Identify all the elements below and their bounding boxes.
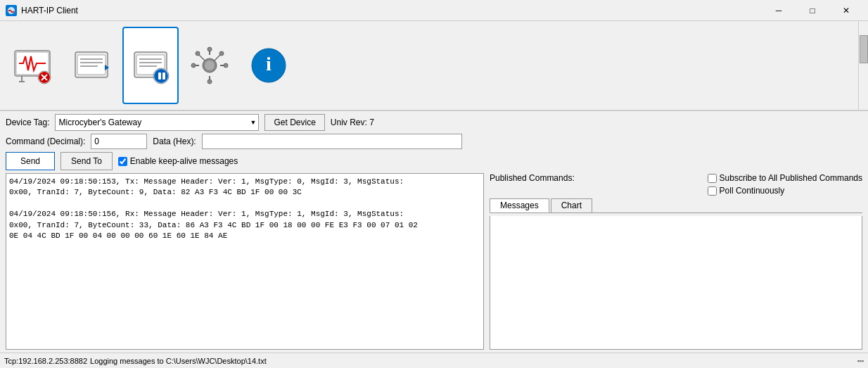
close-button[interactable]: ✕ [830, 3, 862, 18]
bottom-area: 04/19/2024 09:18:50:153, Tx: Message Hea… [6, 173, 862, 350]
window-controls: ─ □ ✕ [762, 3, 862, 18]
published-header: Published Commands: Subscribe to All Pub… [490, 173, 862, 196]
toolbar-scroll-thumb[interactable] [860, 35, 868, 63]
messages-log[interactable]: 04/19/2024 09:18:50:153, Tx: Message Hea… [6, 173, 484, 350]
toolbar-scrollbar[interactable] [858, 21, 868, 110]
keep-alive-checkbox[interactable] [118, 157, 127, 166]
svg-rect-12 [77, 55, 106, 75]
svg-point-34 [191, 63, 196, 68]
pause-button[interactable] [122, 27, 179, 104]
tab-messages[interactable]: Messages [490, 198, 549, 212]
maximize-button[interactable]: □ [796, 3, 829, 18]
poll-label[interactable]: Poll Continuously [708, 186, 862, 196]
send-button[interactable]: Send [6, 152, 55, 170]
svg-line-36 [199, 55, 205, 61]
svg-point-32 [208, 47, 212, 51]
get-device-button[interactable]: Get Device [264, 114, 324, 131]
pause-icon [130, 45, 171, 86]
device-row: Device Tag: Microcyber's Gateway Get Dev… [6, 114, 862, 131]
keep-alive-label[interactable]: Enable keep-alive messages [118, 156, 238, 166]
subscribe-checkbox[interactable] [708, 174, 717, 183]
logging-info: Logging messages to C:\Users\WJC\Desktop… [90, 357, 267, 365]
svg-line-37 [215, 55, 220, 61]
tab-content-inner[interactable] [490, 216, 862, 349]
device-tag-label: Device Tag: [6, 118, 49, 127]
checkbox-group: Subscribe to All Published Commands Poll… [708, 173, 862, 196]
data-input[interactable] [202, 134, 462, 149]
command-row: Command (Decimal): Data (Hex): [6, 134, 862, 149]
command-label: Command (Decimal): [6, 137, 85, 146]
tab-chart[interactable]: Chart [551, 198, 592, 212]
poll-checkbox[interactable] [708, 186, 717, 196]
device-tag-wrapper: Microcyber's Gateway [55, 114, 259, 131]
send-row: Send Send To Enable keep-alive messages [6, 152, 862, 170]
main-content: Device Tag: Microcyber's Gateway Get Dev… [0, 111, 868, 353]
svg-point-35 [224, 63, 228, 68]
network-icon [189, 45, 230, 86]
univ-rev-label: Univ Rev: 7 [331, 118, 374, 127]
app-icon [6, 5, 17, 16]
messages-icon [71, 45, 112, 86]
published-commands-label: Published Commands: [490, 173, 575, 183]
tabs-bar: Messages Chart [490, 198, 862, 213]
window-title: HART-IP Client [21, 6, 78, 15]
svg-rect-25 [162, 72, 165, 80]
connect-icon [12, 45, 53, 86]
messages-button[interactable] [63, 27, 120, 104]
subscribe-label[interactable]: Subscribe to All Published Commands [708, 173, 862, 183]
data-label: Data (Hex): [153, 137, 196, 146]
svg-text:i: i [266, 53, 272, 75]
device-tag-select[interactable]: Microcyber's Gateway [55, 114, 259, 131]
svg-rect-24 [158, 72, 161, 80]
minimize-button[interactable]: ─ [762, 3, 795, 18]
connection-info: Tcp:192.168.2.253:8882 [4, 357, 87, 365]
svg-point-27 [205, 61, 215, 70]
tab-content [490, 216, 862, 350]
status-bar: Tcp:192.168.2.253:8882 Logging messages … [0, 353, 868, 368]
svg-point-33 [208, 80, 212, 84]
connect-button[interactable] [4, 27, 60, 104]
network-button[interactable] [181, 27, 238, 104]
right-panel: Published Commands: Subscribe to All Pub… [490, 173, 862, 350]
svg-point-39 [219, 51, 224, 56]
command-input[interactable] [91, 134, 147, 149]
title-bar: HART-IP Client ─ □ ✕ [0, 0, 868, 21]
info-icon: i [248, 45, 289, 86]
info-button[interactable]: i [241, 27, 297, 104]
title-bar-left: HART-IP Client [6, 5, 78, 16]
svg-point-38 [196, 51, 200, 56]
status-dots: ▪▪▪ [857, 357, 864, 364]
toolbar: i [0, 21, 868, 111]
send-to-button[interactable]: Send To [60, 152, 113, 170]
